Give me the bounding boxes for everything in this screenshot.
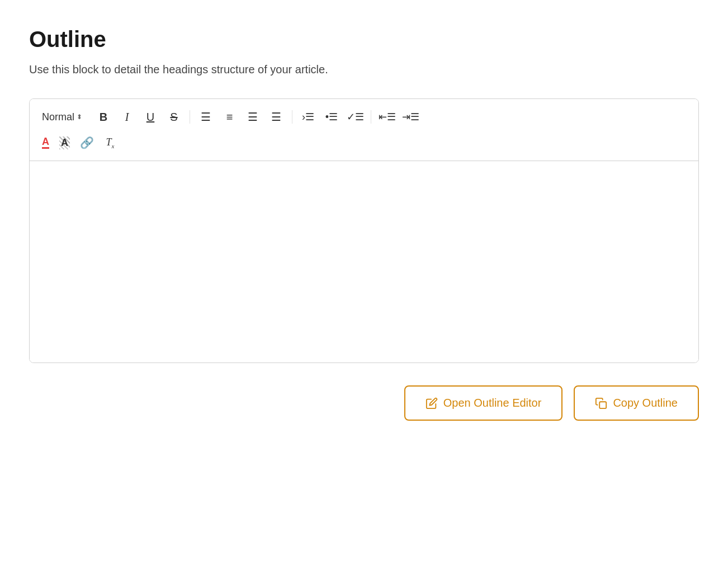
chevron-updown-icon: ⬍ [77,113,82,121]
separator-3 [371,110,371,124]
actions-row: Open Outline Editor Copy Outline [29,385,699,421]
checklist-icon: ✓☰ [347,111,364,123]
unordered-list-icon: •​☰ [325,111,338,123]
page-description: Use this block to detail the headings st… [29,63,699,76]
checklist-button[interactable]: ✓☰ [345,107,365,127]
font-highlight-icon: A [59,136,70,149]
strikethrough-button[interactable]: S [164,107,184,127]
indent-button[interactable]: ⇥☰ [400,107,420,127]
toolbar-row-1: Normal ⬍ B I U S ☰ [39,107,689,127]
copy-outline-button[interactable]: Copy Outline [574,385,699,421]
copy-icon [595,397,607,409]
ordered-list-icon: ›​☰ [302,111,314,123]
copy-outline-label: Copy Outline [613,397,678,409]
edit-icon [426,397,438,409]
align-right-icon: ☰ [248,110,258,124]
open-outline-editor-button[interactable]: Open Outline Editor [404,385,563,421]
align-right-button[interactable]: ☰ [243,107,263,127]
link-icon: 🔗 [80,136,94,149]
bold-icon: B [100,111,107,124]
clear-format-icon: Tx [106,136,115,149]
align-left-button[interactable]: ☰ [196,107,216,127]
align-justify-button[interactable]: ☰ [266,107,286,127]
outdent-icon: ⇤☰ [379,111,396,123]
editor-container: Normal ⬍ B I U S ☰ [29,98,699,363]
toolbar: Normal ⬍ B I U S ☰ [30,99,698,161]
indent-icon: ⇥☰ [402,111,419,123]
align-center-icon: ≡ [226,111,233,124]
strikethrough-icon: S [170,111,177,124]
ordered-list-button[interactable]: ›​☰ [298,107,318,127]
italic-icon: I [125,111,129,124]
italic-button[interactable]: I [117,107,137,127]
unordered-list-button[interactable]: •​☰ [322,107,342,127]
svg-rect-0 [600,402,607,408]
toolbar-row-2: A A 🔗 Tx [39,133,689,153]
font-color-button[interactable]: A [39,133,53,153]
align-center-button[interactable]: ≡ [219,107,239,127]
page-title: Outline [29,27,699,52]
format-selector[interactable]: Normal ⬍ [39,110,86,124]
format-selector-value: Normal [42,111,74,123]
separator-2 [292,110,292,124]
editor-content-area[interactable] [30,161,698,362]
font-color-icon: A [42,136,49,149]
underline-icon: U [146,111,154,124]
bold-button[interactable]: B [93,107,114,127]
align-justify-icon: ☰ [271,110,281,124]
open-outline-editor-label: Open Outline Editor [443,397,542,409]
font-highlight-button[interactable]: A [56,133,73,153]
align-left-icon: ☰ [201,110,211,124]
clear-formatting-button[interactable]: Tx [100,133,120,153]
link-button[interactable]: 🔗 [77,133,97,153]
outdent-button[interactable]: ⇤☰ [377,107,397,127]
underline-button[interactable]: U [140,107,160,127]
separator-1 [190,110,190,124]
